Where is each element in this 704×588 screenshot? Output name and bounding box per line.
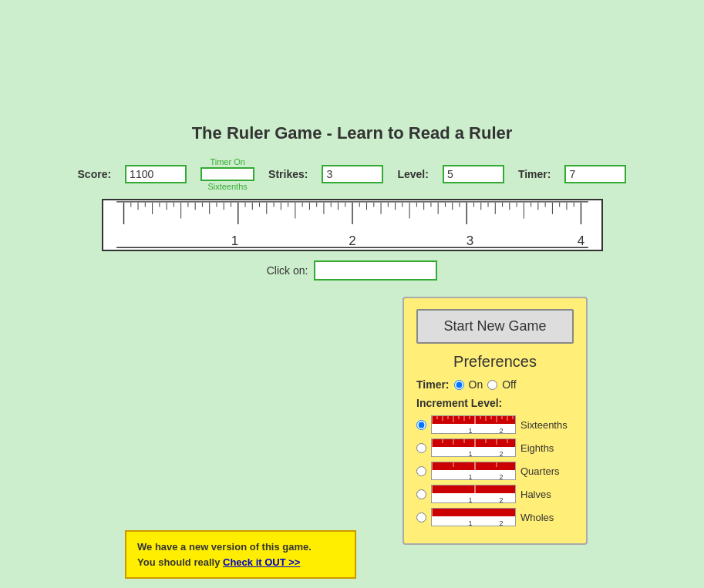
svg-rect-123 xyxy=(432,509,516,516)
notification-box: We have a new version of this game. You … xyxy=(125,530,356,579)
click-on-label: Click on: xyxy=(267,264,308,277)
increment-eighths-row: 1 2 Eighths xyxy=(416,438,574,457)
mini-ruler-wholes: 1 2 xyxy=(431,508,516,526)
strikes-label: Strikes: xyxy=(268,168,308,180)
score-label: Score: xyxy=(78,168,112,180)
ruler[interactable]: 1 2 3 4 xyxy=(102,199,603,251)
level-label: Level: xyxy=(397,168,428,180)
timer-sixteenths-label: Sixteenths xyxy=(207,182,247,191)
notification-link[interactable]: Check it OUT >> xyxy=(223,556,300,568)
click-on-input[interactable] xyxy=(314,260,437,281)
timer-pref-label: Timer: xyxy=(416,378,450,391)
preferences-panel: Start New Game Preferences Timer: On Off… xyxy=(403,297,588,545)
svg-text:3: 3 xyxy=(466,234,473,248)
increment-wholes-radio[interactable] xyxy=(416,512,426,522)
timer-preference-row: Timer: On Off xyxy=(416,378,574,391)
timer-mode-group: Timer On Sixteenths xyxy=(200,157,254,191)
increment-wholes-row: 1 2 Wholes xyxy=(416,508,574,526)
svg-text:1: 1 xyxy=(468,450,472,457)
increment-sixteenths-label: Sixteenths xyxy=(520,419,568,431)
score-input[interactable] xyxy=(125,165,187,183)
timer-off-option-label: Off xyxy=(502,378,516,391)
increment-halves-label: Halves xyxy=(520,489,551,500)
level-input[interactable] xyxy=(443,165,504,183)
svg-text:1: 1 xyxy=(468,519,472,526)
timer-on-option-label: On xyxy=(469,378,483,391)
svg-rect-107 xyxy=(432,462,516,470)
increment-quarters-radio[interactable] xyxy=(416,466,426,476)
timer-off-radio[interactable] xyxy=(487,380,497,390)
click-on-row: Click on: xyxy=(0,260,704,281)
increment-halves-radio[interactable] xyxy=(416,489,426,499)
timer-mode-input[interactable] xyxy=(200,167,254,181)
start-new-game-button[interactable]: Start New Game xyxy=(416,309,574,344)
mini-ruler-eighths: 1 2 xyxy=(431,438,516,457)
mini-ruler-halves: 1 2 xyxy=(431,485,516,503)
timer-right-input[interactable] xyxy=(564,165,626,183)
timer-right-label: Timer: xyxy=(518,168,551,180)
increment-eighths-radio[interactable] xyxy=(416,443,426,453)
increment-level-label: Increment Level: xyxy=(416,397,574,409)
increment-quarters-row: 1 2 Quarters xyxy=(416,462,574,480)
score-bar: Score: Timer On Sixteenths Strikes: Leve… xyxy=(0,157,704,191)
notification-line2: You should really xyxy=(137,556,220,568)
timer-on-label: Timer On xyxy=(210,157,244,166)
svg-text:2: 2 xyxy=(499,496,503,503)
svg-text:1: 1 xyxy=(468,496,472,503)
svg-text:2: 2 xyxy=(499,519,503,526)
timer-on-radio[interactable] xyxy=(454,380,464,390)
svg-text:4: 4 xyxy=(577,234,584,248)
mini-ruler-quarters: 1 2 xyxy=(431,462,516,480)
increment-halves-row: 1 2 Halves xyxy=(416,485,574,503)
increment-quarters-label: Quarters xyxy=(520,465,560,477)
preferences-title: Preferences xyxy=(416,353,574,371)
mini-ruler-sixteenths: 2 1 xyxy=(431,415,516,434)
svg-rect-73 xyxy=(432,416,516,424)
svg-text:2: 2 xyxy=(499,450,503,457)
increment-eighths-label: Eighths xyxy=(520,442,554,454)
increment-sixteenths-row: 2 1 Sixteenths xyxy=(416,415,574,434)
svg-text:2: 2 xyxy=(349,234,355,248)
ruler-svg: 1 2 3 4 xyxy=(103,200,601,250)
svg-text:1: 1 xyxy=(468,473,472,480)
svg-rect-116 xyxy=(432,486,516,493)
increment-sixteenths-radio[interactable] xyxy=(416,420,426,430)
svg-text:1: 1 xyxy=(231,234,237,248)
notification-line1: We have a new version of this game. xyxy=(137,541,312,553)
increment-wholes-label: Wholes xyxy=(520,512,554,523)
svg-text:2: 2 xyxy=(499,427,503,434)
svg-text:2: 2 xyxy=(499,473,503,480)
page-title: The Ruler Game - Learn to Read a Ruler xyxy=(0,0,704,143)
strikes-input[interactable] xyxy=(322,165,383,183)
svg-rect-94 xyxy=(432,439,516,447)
svg-text:1: 1 xyxy=(468,427,472,434)
